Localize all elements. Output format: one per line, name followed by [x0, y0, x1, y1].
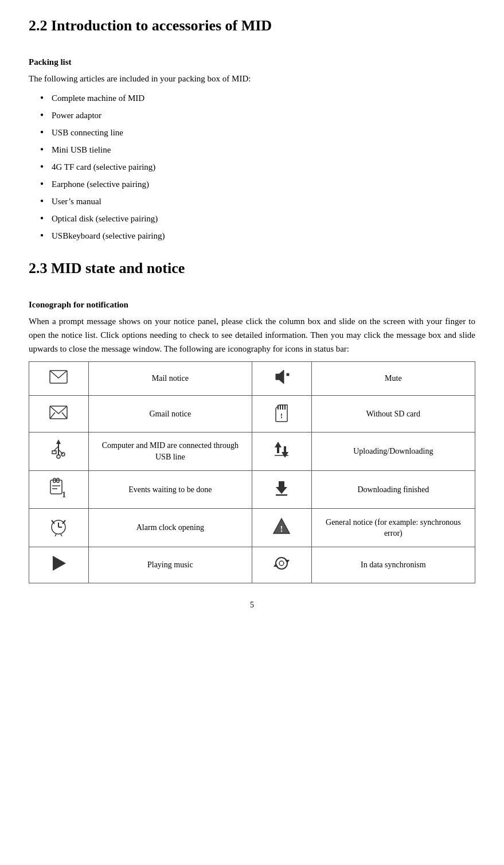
events-icon: 1 [49, 478, 68, 498]
alarm-icon [49, 516, 68, 536]
label-no-sd: Without SD card [311, 395, 475, 432]
packing-list: Complete machine of MID Power adaptor US… [40, 91, 475, 243]
svg-marker-39 [53, 556, 66, 571]
svg-marker-41 [274, 563, 278, 567]
svg-rect-16 [52, 451, 56, 454]
svg-line-36 [61, 534, 62, 536]
list-item: User’s manual [40, 194, 475, 208]
icon-upload-download [252, 432, 311, 471]
iconograph-description: When a prompt message shows on your noti… [29, 314, 475, 356]
mail-icon [49, 370, 68, 384]
page-number: 5 [29, 601, 475, 610]
table-row: Alarm clock opening ! General notice (fo… [29, 509, 475, 547]
section-2-3-title: 2.3 MID state and notice [29, 260, 475, 277]
svg-line-6 [62, 412, 67, 419]
svg-marker-1 [276, 370, 284, 384]
icon-general-notice: ! [252, 509, 311, 547]
svg-line-15 [58, 450, 63, 454]
icon-sync [252, 547, 311, 583]
svg-line-5 [50, 412, 55, 419]
icon-play [29, 547, 89, 583]
svg-marker-13 [56, 439, 61, 444]
svg-marker-28 [276, 481, 287, 494]
upload-download-icon [272, 441, 291, 459]
label-general-notice: General notice (for example: synchronous… [311, 509, 475, 547]
list-item: Optical disk (selective pairing) [40, 212, 475, 225]
table-row: Playing music In data synchronism [29, 547, 475, 583]
gmail-icon [49, 406, 68, 419]
icon-alarm [29, 509, 89, 547]
sync-icon [272, 554, 291, 572]
svg-line-14 [54, 446, 58, 451]
icon-usb [29, 432, 89, 471]
svg-rect-22 [50, 480, 62, 494]
table-row: 1 Events waiting to be done Downloading … [29, 470, 475, 509]
warning-icon: ! [272, 517, 291, 535]
svg-line-35 [55, 534, 56, 536]
svg-marker-20 [282, 446, 288, 458]
list-item: Complete machine of MID [40, 91, 475, 105]
label-sync: In data synchronism [311, 547, 475, 583]
label-usb: Computer and MID are connected through U… [88, 432, 252, 471]
icon-mute [252, 362, 311, 396]
no-sd-icon: ! [274, 403, 290, 422]
download-icon [274, 479, 290, 497]
packing-list-intro: The following articles are included in y… [29, 72, 475, 85]
list-item: 4G TF card (selective pairing) [40, 160, 475, 174]
svg-text:!: ! [280, 411, 283, 420]
svg-text:!: ! [280, 524, 283, 533]
label-mute: Mute [311, 362, 475, 396]
label-mail: Mail notice [88, 362, 252, 396]
svg-marker-40 [285, 560, 290, 563]
play-icon [50, 555, 67, 572]
list-item: USB connecting line [40, 126, 475, 139]
icon-no-sd: ! [252, 395, 311, 432]
usb-icon [50, 439, 67, 460]
list-item: Power adaptor [40, 108, 475, 122]
icon-events: 1 [29, 470, 89, 509]
label-upload-download: Uploading/Downloading [311, 432, 475, 471]
svg-marker-19 [275, 442, 282, 453]
label-download-finished: Downloading finished [311, 470, 475, 509]
list-item: USBkeyboard (selective pairing) [40, 229, 475, 243]
table-row: Computer and MID are connected through U… [29, 432, 475, 471]
iconograph-table: Mail notice Mute [29, 361, 475, 583]
section-2-3: 2.3 MID state and notice Iconograph for … [29, 260, 475, 583]
iconograph-heading: Iconograph for notification [29, 300, 475, 310]
label-play: Playing music [88, 547, 252, 583]
label-alarm: Alarm clock opening [88, 509, 252, 547]
icon-mail [29, 362, 89, 396]
section-2-2-title: 2.2 Introduction to accessories of MID [29, 17, 475, 34]
label-events: Events waiting to be done [88, 470, 252, 509]
section-2-2: 2.2 Introduction to accessories of MID P… [29, 17, 475, 243]
mute-icon [272, 369, 291, 385]
icon-download-finished [252, 470, 311, 509]
icon-gmail [29, 395, 89, 432]
label-gmail: Gmail notice [88, 395, 252, 432]
list-item: Mini USB tieline [40, 143, 475, 157]
svg-point-42 [279, 561, 284, 566]
packing-list-heading: Packing list [29, 57, 475, 67]
svg-text:1: 1 [62, 490, 66, 498]
table-row: Gmail notice ! Without SD card [29, 395, 475, 432]
table-row: Mail notice Mute [29, 362, 475, 396]
list-item: Earphone (selective pairing) [40, 177, 475, 191]
